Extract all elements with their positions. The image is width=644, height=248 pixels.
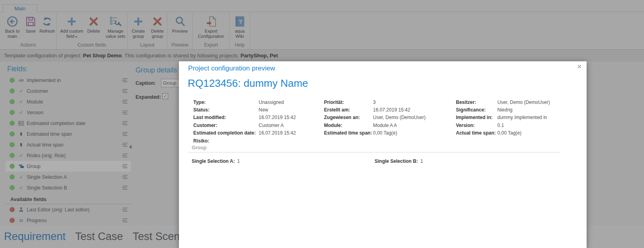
- detail-row: Module:Module A A: [324, 121, 426, 129]
- detail-row: Significance:Niedrig: [456, 106, 550, 113]
- detail-label: Type:: [193, 100, 259, 105]
- detail-row: Priorität:3: [324, 98, 426, 106]
- detail-value: Customer A: [259, 123, 284, 128]
- detail-value: 0,00 Tag(e): [497, 130, 522, 136]
- group-section-divider: [188, 152, 560, 152]
- detail-value: 16.07.2019 15:42: [259, 130, 296, 136]
- detail-label: Erstellt am:: [324, 107, 373, 113]
- detail-label: Significance:: [456, 107, 497, 113]
- app-window: Main Back to main Save: [0, 0, 644, 248]
- detail-value: 16.07.2019 15:42: [259, 115, 296, 120]
- detail-label: Besitzer:: [456, 100, 497, 105]
- detail-value: 16.07.2019 15:42: [373, 107, 410, 113]
- detail-value: dummy Implemented in: [497, 115, 547, 120]
- detail-value: 0.1: [497, 123, 504, 128]
- detail-label: Single Selection A:: [192, 158, 235, 164]
- detail-row: Estimated completion date:16.07.2019 15:…: [193, 129, 296, 137]
- requirement-heading: RQ123456: dummy Name: [188, 77, 308, 90]
- detail-row: Erstellt am:16.07.2019 15:42: [324, 106, 426, 113]
- detail-row: Status:New: [193, 106, 296, 113]
- detail-label: Estimated completion date:: [193, 130, 259, 136]
- detail-row: Estimated time span:0,00 Tag(e): [324, 129, 426, 137]
- detail-value: New: [259, 107, 268, 113]
- detail-label: Last modified:: [193, 115, 259, 120]
- detail-value: Module A A: [373, 123, 397, 128]
- single-selection-b-field: Single Selection B: 1: [375, 158, 423, 164]
- group-section-title: Group: [192, 145, 207, 150]
- detail-label: Single Selection B:: [375, 158, 418, 164]
- project-configuration-preview-dialog: Project configuration preview × RQ123456…: [179, 61, 587, 248]
- detail-value: 1: [420, 158, 423, 164]
- detail-label: Version:: [456, 123, 497, 128]
- detail-column-2: Priorität:3 Erstellt am:16.07.2019 15:42…: [324, 98, 426, 137]
- detail-value: User, Demo (DemoUser): [497, 100, 550, 105]
- detail-row: Actual time span:0,00 Tag(e): [456, 129, 550, 137]
- detail-value: User, Demo (DemoUser): [373, 115, 426, 120]
- detail-label: Risiko:: [193, 138, 259, 144]
- detail-label: Zugewiesen an:: [324, 115, 373, 120]
- detail-row: Customer:Customer A: [193, 121, 296, 129]
- detail-label: Priorität:: [324, 100, 373, 105]
- detail-row: Zugewiesen an:User, Demo (DemoUser): [324, 114, 426, 121]
- detail-row: Version:0.1: [456, 121, 550, 129]
- detail-value: Niedrig: [497, 107, 512, 113]
- single-selection-a-field: Single Selection A: 1: [192, 158, 240, 164]
- detail-label: Customer:: [193, 123, 259, 128]
- detail-label: Status:: [193, 107, 259, 113]
- detail-column-3: Besitzer:User, Demo (DemoUser) Significa…: [456, 98, 550, 137]
- detail-value: 3: [373, 100, 376, 105]
- detail-row: Risiko:: [193, 137, 296, 145]
- detail-column-1: Type:Unassigned Status:New Last modified…: [193, 98, 296, 145]
- detail-value: Unassigned: [259, 100, 284, 105]
- detail-row: Besitzer:User, Demo (DemoUser): [456, 98, 550, 106]
- detail-value: 0,00 Tag(e): [373, 130, 397, 136]
- detail-label: Module:: [324, 123, 373, 128]
- detail-label: Estimated time span:: [324, 130, 373, 136]
- dialog-title: Project configuration preview: [188, 64, 275, 72]
- detail-label: Actual time span:: [456, 130, 497, 136]
- detail-value: 1: [237, 158, 240, 164]
- detail-row: Last modified:16.07.2019 15:42: [193, 114, 296, 121]
- close-icon[interactable]: ×: [577, 62, 582, 70]
- detail-row: Implemented in:dummy Implemented in: [456, 114, 550, 121]
- detail-row: Type:Unassigned: [193, 98, 296, 106]
- detail-label: Implemented in:: [456, 115, 497, 120]
